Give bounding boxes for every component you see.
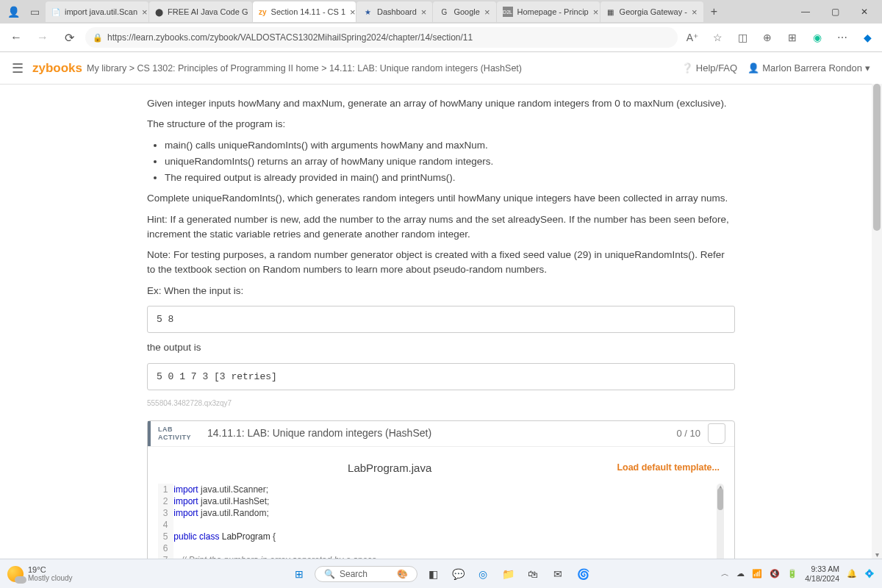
app-icon[interactable]: 🌀 — [573, 564, 592, 584]
tab-actions-icon[interactable]: ▭ — [24, 1, 45, 22]
favicon-icon: ★ — [362, 7, 373, 17]
browser-tab[interactable]: ⬤FREE AI Java Code G× — [149, 1, 252, 22]
close-icon[interactable]: × — [142, 7, 148, 18]
zybooks-header: ☰ zyBooks My library > CS 1302: Principl… — [0, 52, 882, 85]
person-icon: 👤 — [747, 62, 759, 74]
scroll-thumb[interactable] — [717, 488, 723, 510]
breadcrumb[interactable]: My library > CS 1302: Principles of Prog… — [87, 63, 522, 74]
tab-label: Georgia Gateway - — [620, 7, 687, 16]
intro-text: Given integer inputs howMany and maxNum,… — [147, 96, 735, 111]
close-icon[interactable]: × — [350, 7, 356, 18]
menu-icon[interactable]: ☰ — [12, 60, 24, 76]
editor-scrollbar[interactable]: ▴ — [717, 484, 724, 559]
collections-icon[interactable]: ⊕ — [759, 32, 776, 43]
page-scroll-thumb[interactable] — [873, 84, 881, 231]
code-editor[interactable]: 12345678910111213 import java.util.Scann… — [148, 484, 734, 559]
line-gutter: 12345678910111213 — [158, 484, 173, 559]
browser-tab[interactable]: ★Dashboard× — [356, 1, 432, 22]
favicon-icon: D2L — [503, 7, 513, 17]
windows-taskbar: 19°C Mostly cloudy ⊞ 🔍Search🎨 ◧ 💬 ◎ 📁 🛍 … — [0, 559, 882, 588]
copilot-preview-icon[interactable]: 💠 — [864, 569, 875, 578]
browser-tab-active[interactable]: zySection 14.11 - CS 1× — [253, 1, 356, 22]
taskbar-search[interactable]: 🔍Search🎨 — [315, 566, 417, 582]
favorite-icon[interactable]: ☆ — [709, 32, 726, 43]
lock-icon: 🔒 — [93, 33, 103, 43]
favicon-icon: zy — [259, 7, 267, 17]
question-icon: ❔ — [681, 62, 693, 74]
edge-icon[interactable]: ◎ — [473, 564, 492, 584]
chevron-down-icon: ▾ — [865, 62, 870, 74]
new-tab-button[interactable]: + — [704, 5, 725, 18]
lab-score: 0 / 10 — [676, 426, 708, 441]
weather-desc: Mostly cloudy — [28, 574, 73, 582]
lab-activity-box: LABACTIVITY 14.11.1: LAB: Unique random … — [147, 420, 735, 559]
battery-icon[interactable]: 🔋 — [787, 569, 797, 578]
chevron-up-icon[interactable]: ︿ — [721, 568, 729, 579]
help-faq-link[interactable]: ❔Help/FAQ — [681, 62, 737, 74]
tab-label: Homepage - Princip — [517, 7, 589, 16]
search-icon: 🔍 — [324, 569, 335, 579]
address-bar: ← → ⟳ 🔒 https://learn.zybooks.com/zybook… — [0, 24, 882, 51]
list-item: uniqueRandomInts() returns an array of h… — [165, 154, 735, 169]
user-menu[interactable]: 👤Marlon Barrera Rondon ▾ — [747, 62, 870, 74]
shield-icon — [708, 423, 725, 444]
app-icon[interactable]: 💬 — [448, 564, 467, 584]
browser-tab[interactable]: D2LHomepage - Princip× — [497, 1, 600, 22]
forward-button[interactable]: → — [32, 27, 53, 48]
start-button[interactable]: ⊞ — [290, 564, 309, 584]
back-button[interactable]: ← — [6, 27, 26, 48]
task-view-icon[interactable]: ◧ — [423, 564, 442, 584]
close-icon[interactable]: × — [593, 7, 599, 18]
code-lines[interactable]: import java.util.Scanner; import java.ut… — [173, 484, 717, 559]
lab-activity-tag: LABACTIVITY — [148, 421, 198, 446]
tab-label: FREE AI Java Code G — [168, 7, 248, 16]
url-input[interactable]: 🔒 https://learn.zybooks.com/zybook/VALDO… — [85, 27, 678, 48]
minimize-button[interactable]: — — [791, 1, 820, 22]
scroll-down-icon[interactable]: ▾ — [872, 551, 882, 559]
onedrive-icon[interactable]: ☁ — [736, 569, 745, 578]
explorer-icon[interactable]: 📁 — [498, 564, 517, 584]
close-icon[interactable]: × — [692, 7, 698, 18]
split-icon[interactable]: ◫ — [734, 32, 751, 43]
page-scrollbar[interactable]: ▴ ▾ — [872, 84, 882, 559]
weather-widget[interactable]: 19°C Mostly cloudy — [7, 565, 73, 582]
more-icon[interactable]: ⋯ — [833, 32, 851, 43]
temperature: 19°C — [28, 565, 73, 574]
favicon-icon: ⬤ — [155, 7, 163, 17]
lab-title: 14.11.1: LAB: Unique random integers (Ha… — [198, 426, 676, 441]
close-icon[interactable]: × — [421, 7, 427, 18]
complete-text: Complete uniqueRandomInts(), which gener… — [147, 191, 735, 206]
maximize-button[interactable]: ▢ — [820, 1, 850, 22]
grammarly-icon[interactable]: ◉ — [808, 32, 826, 43]
hint-text: Hint: If a generated number is new, add … — [147, 212, 735, 243]
tab-label: Section 14.11 - CS 1 — [271, 7, 346, 16]
read-aloud-icon[interactable]: A⁺ — [684, 32, 701, 43]
file-name: LabProgram.java — [162, 460, 617, 477]
browser-tab[interactable]: 📄import java.util.Scan× — [46, 1, 148, 22]
load-template-button[interactable]: Load default template... — [617, 461, 720, 475]
copilot-icon[interactable]: ◆ — [858, 32, 876, 43]
tab-label: Google — [453, 7, 479, 16]
list-item: The required output is already provided … — [165, 171, 735, 185]
output-label: the output is — [147, 340, 735, 355]
volume-icon[interactable]: 🔇 — [770, 569, 780, 578]
favicon-icon: 📄 — [51, 7, 60, 17]
notifications-icon[interactable]: 🔔 — [847, 569, 857, 578]
clock[interactable]: 9:33 AM 4/18/2024 — [805, 564, 839, 583]
structure-list: main() calls uniqueRandomInts() with arg… — [165, 138, 735, 186]
close-window-button[interactable]: ✕ — [850, 1, 879, 22]
refresh-button[interactable]: ⟳ — [59, 27, 79, 48]
browser-tab[interactable]: ▦Georgia Gateway -× — [600, 1, 703, 22]
output-example-box: 5 0 1 7 3 [3 retries] — [147, 363, 735, 391]
url-text: https://learn.zybooks.com/zybook/VALDOST… — [107, 32, 473, 43]
zybooks-logo[interactable]: zyBooks — [32, 61, 82, 76]
store-icon[interactable]: 🛍 — [523, 564, 542, 584]
close-icon[interactable]: × — [484, 7, 490, 18]
favicon-icon: G — [439, 7, 449, 17]
mail-icon[interactable]: ✉ — [548, 564, 567, 584]
wifi-icon[interactable]: 📶 — [752, 569, 762, 578]
extensions-icon[interactable]: ⊞ — [784, 32, 801, 43]
browser-tab[interactable]: GGoogle× — [433, 1, 495, 22]
profile-icon[interactable]: 👤 — [3, 1, 24, 22]
input-example-box: 5 8 — [147, 306, 735, 334]
